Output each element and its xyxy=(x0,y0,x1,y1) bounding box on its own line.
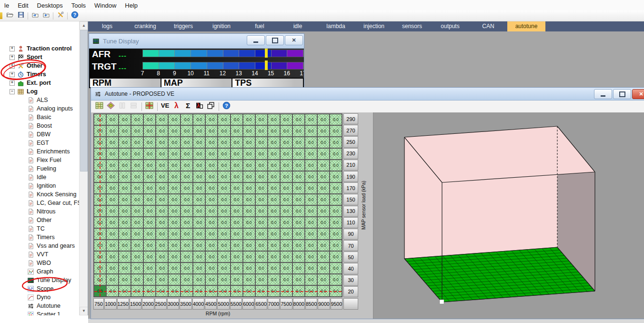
ve-cell[interactable]: 0.0 xyxy=(281,172,292,182)
ve-cell[interactable]: 0.0 xyxy=(144,286,155,296)
ve-cell[interactable]: 0.0 xyxy=(181,217,192,228)
ve-cell[interactable]: 0.0 xyxy=(169,229,180,239)
ve-cell[interactable]: 0.0 xyxy=(107,217,118,228)
maximize-button[interactable] xyxy=(266,35,284,45)
tree-item-autotune[interactable]: Autotune xyxy=(27,302,60,310)
ve-cell[interactable]: 0.0 xyxy=(318,217,329,228)
ve-cell[interactable]: 0.0 xyxy=(231,252,242,262)
ve-cell[interactable]: 0.0 xyxy=(169,114,180,125)
ve-cell[interactable]: 0.0 xyxy=(144,263,155,273)
ve-cell[interactable]: 0.0 xyxy=(231,229,242,239)
ve-cell[interactable]: 0.0 xyxy=(181,160,192,171)
ve-cell[interactable]: 0.0 xyxy=(206,240,217,251)
map-axis-cell[interactable]: 70 xyxy=(343,240,358,251)
ve-cell[interactable]: 0.0 xyxy=(268,149,280,159)
expand-icon[interactable]: + xyxy=(10,55,15,60)
ve-cell[interactable]: 0.0 xyxy=(305,137,317,148)
ve-cell[interactable]: 0.0 xyxy=(256,263,267,273)
ve-cell[interactable]: 0.0 xyxy=(218,194,230,205)
ve-cell[interactable]: 0.0 xyxy=(268,114,280,125)
ve-cell[interactable]: 0.0 xyxy=(268,263,280,273)
ve-cell[interactable]: 0.0 xyxy=(107,183,118,193)
rpm-axis-cell[interactable]: 3500 xyxy=(180,298,191,310)
ve-cell[interactable]: 0.0 xyxy=(268,252,280,262)
expand-icon[interactable]: + xyxy=(10,63,15,69)
map-axis-cell[interactable]: 190 xyxy=(343,171,358,182)
ve-cell[interactable]: 0.0 xyxy=(330,229,342,239)
ve-cell[interactable]: 0.0 xyxy=(330,183,342,193)
ve-cell[interactable]: 0.0 xyxy=(243,194,255,205)
ve-cell[interactable]: 0.0 xyxy=(144,137,155,148)
ve-cell[interactable]: 0.0 xyxy=(206,149,217,159)
tree-item-basic[interactable]: Basic xyxy=(27,113,51,121)
ve-cell[interactable]: 0.0 xyxy=(281,183,292,193)
tree-item-wbo[interactable]: WBO xyxy=(27,259,51,267)
ve-cell[interactable]: 0.0 xyxy=(330,240,342,251)
tree-item-log[interactable]: −Log xyxy=(10,87,38,96)
ve-cell[interactable]: 0.0 xyxy=(206,183,217,193)
ve-cell[interactable]: 0.0 xyxy=(181,172,192,182)
tree-item-flex-fuel[interactable]: Flex Fuel xyxy=(27,156,61,164)
ve-cell[interactable]: 0.0 xyxy=(156,114,168,125)
lambda-table-button[interactable]: λ xyxy=(194,101,204,111)
ve-cell[interactable]: 0.0 xyxy=(218,274,230,285)
tree-scrollbar[interactable]: ▲ ▼ xyxy=(79,21,88,315)
ve-cell[interactable]: 0.0 xyxy=(330,126,342,136)
ve-cell[interactable]: 0.0 xyxy=(243,137,255,148)
map-axis-cell[interactable]: 90 xyxy=(343,229,358,240)
ve-cell[interactable]: 0.0 xyxy=(131,229,143,239)
ve-cell[interactable]: 0.0 xyxy=(243,217,255,228)
ve-cell[interactable]: 0.0 xyxy=(305,172,317,182)
ve-cell[interactable]: 0.0 xyxy=(218,229,230,239)
ve-cell[interactable]: 0.0 xyxy=(156,137,168,148)
ve-cell[interactable]: 0.0 xyxy=(293,206,304,216)
ve-cell[interactable]: 0.0 xyxy=(131,114,143,125)
tree-item-scope[interactable]: Scope xyxy=(27,284,53,293)
ve-cell[interactable]: 0.0 xyxy=(293,274,304,285)
ve-cell[interactable]: 0.0 xyxy=(218,183,230,193)
ve-cell[interactable]: 0.0 xyxy=(144,126,155,136)
ve-cell[interactable]: 0.0 xyxy=(305,149,317,159)
ve-mode-button[interactable]: VE xyxy=(160,101,170,111)
ve-cell[interactable]: 0.0 xyxy=(318,172,329,182)
ve-cell[interactable]: 0.0 xyxy=(243,229,255,239)
ve-cell[interactable]: 0.0 xyxy=(293,137,304,148)
tree-item-dbw[interactable]: DBW xyxy=(27,130,50,139)
ve-cell[interactable]: 0.0 xyxy=(330,263,342,273)
ve-cell[interactable]: 0.0 xyxy=(231,149,242,159)
ve-cell[interactable]: 0.0 xyxy=(218,206,230,216)
map-axis-cell[interactable]: 110 xyxy=(343,217,358,228)
ve-cell[interactable]: 0.0 xyxy=(169,217,180,228)
ve-cell[interactable]: 0.0 xyxy=(256,206,267,216)
ve-cell[interactable]: 0.0 xyxy=(94,183,106,193)
ve-cell[interactable]: 0.0 xyxy=(156,274,168,285)
tools-button[interactable] xyxy=(55,11,66,20)
ve-cell[interactable]: 0.0 xyxy=(131,183,143,193)
ve-cell[interactable]: 0.0 xyxy=(293,263,304,273)
ve-cell[interactable]: 0.0 xyxy=(293,252,304,262)
ve-cell[interactable]: 0.0 xyxy=(193,183,205,193)
ve-cell[interactable]: 0.0 xyxy=(256,149,267,159)
tree-item-sport[interactable]: +Sport xyxy=(10,53,42,61)
map-axis-cell[interactable]: 270 xyxy=(343,125,358,136)
ve-cell[interactable]: 0.0 xyxy=(131,217,143,228)
ve-cell[interactable]: 0.0 xyxy=(156,263,168,273)
ve-cell[interactable]: 0.0 xyxy=(169,206,180,216)
ve-cell[interactable]: 0.0 xyxy=(193,217,205,228)
ve-cell[interactable]: 0.0 xyxy=(156,194,168,205)
ve-cell[interactable]: 0.0 xyxy=(293,194,304,205)
lambda-mode-button[interactable]: λ xyxy=(171,101,181,111)
tree-item-vss-and-gears[interactable]: Vss and gears xyxy=(27,242,75,250)
map-axis-cell[interactable]: 150 xyxy=(343,194,358,205)
map-axis-cell[interactable]: 290 xyxy=(343,113,358,124)
ve-cell[interactable]: 0.0 xyxy=(193,194,205,205)
ve-cell[interactable]: 0.0 xyxy=(281,229,292,239)
ve-cell[interactable]: 0.0 xyxy=(243,240,255,251)
rpm-axis-cell[interactable]: 5500 xyxy=(230,298,242,310)
ve-cell[interactable]: 0.0 xyxy=(206,114,217,125)
ve-cell[interactable]: 0.0 xyxy=(243,149,255,159)
ve-cell[interactable]: 0.0 xyxy=(281,160,292,171)
ve-cell[interactable]: 0.0 xyxy=(119,183,131,193)
ve-cell[interactable]: 0.0 xyxy=(268,172,280,182)
ve-cell[interactable]: 0.0 xyxy=(94,114,106,125)
